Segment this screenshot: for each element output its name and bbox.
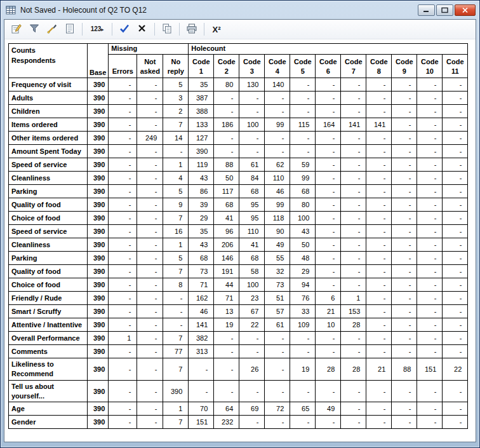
cell-value: - xyxy=(290,145,316,158)
table-row: Tell us about yourself...390--390-------… xyxy=(9,380,468,402)
table-row: Other items ordered390-24914127---------… xyxy=(9,132,468,145)
cell-value: - xyxy=(417,278,443,292)
print-button[interactable] xyxy=(183,22,200,37)
cell-value: - xyxy=(316,278,341,292)
cell-value: 115 xyxy=(290,118,316,132)
cell-value: - xyxy=(417,172,443,185)
maximize-button[interactable] xyxy=(436,4,453,16)
cell-value: - xyxy=(417,105,443,118)
cell-value: - xyxy=(443,416,468,429)
cell-value: - xyxy=(137,402,163,416)
notes-button[interactable] xyxy=(62,22,78,37)
cell-value: 16 xyxy=(163,225,189,238)
cell-value: 73 xyxy=(189,265,214,278)
close-button[interactable] xyxy=(455,4,476,16)
cell-value: - xyxy=(109,305,137,318)
cell-value: - xyxy=(316,212,341,225)
holecount-group-header: Holecount xyxy=(189,44,468,55)
cell-value: - xyxy=(137,278,163,292)
cell-value: - xyxy=(392,145,417,158)
cell-value: - xyxy=(137,145,163,158)
cell-value: - xyxy=(341,225,366,238)
cell-value: 6 xyxy=(316,292,341,305)
table-row: Cleanliness390--443508411099------ xyxy=(9,172,468,185)
cell-value: - xyxy=(316,265,341,278)
cell-value: - xyxy=(443,345,468,358)
cell-value: - xyxy=(265,332,290,345)
row-label: Speed of service xyxy=(9,225,88,238)
cell-value: - xyxy=(417,318,443,332)
cell-value: - xyxy=(341,265,366,278)
style-button[interactable] xyxy=(44,22,60,37)
client-area: 123▸ xyxy=(4,19,476,442)
cell-value: 86 xyxy=(189,185,214,198)
cell-value: 7 xyxy=(163,416,189,429)
cell-value: 50 xyxy=(290,238,316,252)
cell-value: 68 xyxy=(239,252,265,265)
cell-value: - xyxy=(163,145,189,158)
row-label: Amount Spent Today xyxy=(9,145,88,158)
cell-value: - xyxy=(392,292,417,305)
base-value: 390 xyxy=(88,318,109,332)
cell-value: - xyxy=(265,132,290,145)
cell-value: - xyxy=(316,92,341,105)
row-label: Parking xyxy=(9,185,88,198)
cell-value: 7 xyxy=(163,358,189,381)
table-app-icon xyxy=(6,5,16,15)
cell-value: - xyxy=(290,78,316,92)
cell-value: 117 xyxy=(214,185,239,198)
cell-value: - xyxy=(366,105,392,118)
cell-value: - xyxy=(366,198,392,212)
row-label: Parking xyxy=(9,252,88,265)
cell-value: - xyxy=(189,380,214,402)
apply-check-icon xyxy=(119,23,130,36)
cell-value: - xyxy=(392,185,417,198)
cell-value: 41 xyxy=(214,212,239,225)
cell-value: 48 xyxy=(290,252,316,265)
cell-value: 62 xyxy=(265,158,290,172)
cell-value: 141 xyxy=(366,118,392,132)
cell-value: - xyxy=(366,212,392,225)
cell-value: - xyxy=(341,172,366,185)
cell-value: 35 xyxy=(189,225,214,238)
edit-button[interactable] xyxy=(8,22,25,37)
cell-value: - xyxy=(392,92,417,105)
cell-value: - xyxy=(316,185,341,198)
cell-value: 1 xyxy=(109,332,137,345)
cancel-button[interactable] xyxy=(134,22,150,37)
filter-button[interactable] xyxy=(26,22,43,37)
base-value: 390 xyxy=(88,265,109,278)
cell-value: - xyxy=(366,278,392,292)
row-label: Gender xyxy=(9,416,88,429)
minimize-button[interactable] xyxy=(418,4,435,16)
cell-value: - xyxy=(392,172,417,185)
apply-button[interactable] xyxy=(116,22,133,37)
cell-value: 8 xyxy=(163,278,189,292)
base-value: 390 xyxy=(88,158,109,172)
cell-value: - xyxy=(316,225,341,238)
cell-value: - xyxy=(443,212,468,225)
cell-value: 1 xyxy=(163,402,189,416)
counts-toggle-button[interactable]: 123▸ xyxy=(86,22,108,37)
cell-value: - xyxy=(341,105,366,118)
titlebar[interactable]: Not Saved - Holecount of Q2 TO Q12 xyxy=(1,1,479,19)
cell-value: 140 xyxy=(265,78,290,92)
copy-button[interactable] xyxy=(159,22,175,37)
cell-value: 162 xyxy=(189,292,214,305)
cell-value: - xyxy=(417,185,443,198)
cell-value: 164 xyxy=(316,118,341,132)
cell-value: 88 xyxy=(392,358,417,381)
cell-value: - xyxy=(392,225,417,238)
cell-value: - xyxy=(392,198,417,212)
row-label: Other items ordered xyxy=(9,132,88,145)
cell-value: - xyxy=(341,278,366,292)
cell-value: - xyxy=(137,265,163,278)
cell-value: - xyxy=(137,345,163,358)
filter-icon xyxy=(29,23,40,36)
chi-square-button[interactable]: X² xyxy=(208,22,225,37)
cell-value: 26 xyxy=(239,358,265,381)
cell-value: - xyxy=(366,305,392,318)
cell-value: - xyxy=(443,252,468,265)
cell-value: - xyxy=(109,380,137,402)
cell-value: - xyxy=(443,105,468,118)
